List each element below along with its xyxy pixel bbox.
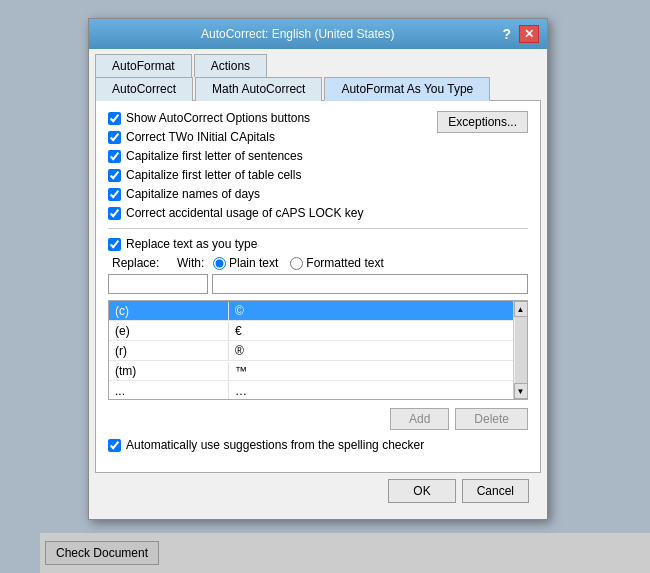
- table-content: (c) © (e) € (r) ® (tm) ™: [109, 301, 513, 400]
- table-cell-right-3: ™: [229, 362, 513, 380]
- tab-autocorrect[interactable]: AutoCorrect: [95, 77, 193, 101]
- with-input-field[interactable]: [212, 274, 528, 294]
- checkboxes-section: Exceptions... Show AutoCorrect Options b…: [108, 111, 528, 220]
- dialog-footer: OK Cancel: [95, 473, 541, 513]
- title-bar: AutoCorrect: English (United States) ? ✕: [89, 19, 547, 49]
- separator-1: [108, 228, 528, 229]
- checkbox-row-3: Capitalize first letter of table cells: [108, 168, 438, 182]
- scrollbar-down-button[interactable]: ▼: [514, 383, 528, 399]
- radio-formatted-text-option[interactable]: Formatted text: [290, 256, 383, 270]
- checkbox-show-options[interactable]: [108, 112, 121, 125]
- checkbox-label-4: Capitalize names of days: [126, 187, 260, 201]
- delete-button[interactable]: Delete: [455, 408, 528, 430]
- checkbox-row-1: Correct TWo INitial CApitals: [108, 130, 438, 144]
- add-delete-buttons: Add Delete: [108, 408, 528, 430]
- tab-math-autocorrect[interactable]: Math AutoCorrect: [195, 77, 322, 101]
- checkbox-replace-text[interactable]: [108, 238, 121, 251]
- replace-inputs: [108, 274, 528, 294]
- tab-actions[interactable]: Actions: [194, 54, 267, 77]
- checkbox-row-2: Capitalize first letter of sentences: [108, 149, 438, 163]
- table-cell-left-4: ...: [109, 382, 229, 400]
- checkbox-label-0: Show AutoCorrect Options buttons: [126, 111, 310, 125]
- tab-autoformat[interactable]: AutoFormat: [95, 54, 192, 77]
- replace-input-field[interactable]: [108, 274, 208, 294]
- checkbox-auto-suggest[interactable]: [108, 439, 121, 452]
- checkbox-capitalize-table[interactable]: [108, 169, 121, 182]
- replace-with-row: Replace: With: Plain text Formatted text: [112, 256, 528, 270]
- table-row[interactable]: (e) €: [109, 321, 513, 341]
- table-row[interactable]: (c) ©: [109, 301, 513, 321]
- checkbox-label-2: Capitalize first letter of sentences: [126, 149, 303, 163]
- checkbox-label-1: Correct TWo INitial CApitals: [126, 130, 275, 144]
- table-scrollbar: ▲ ▼: [513, 301, 527, 399]
- checkbox-correct-two[interactable]: [108, 131, 121, 144]
- scrollbar-track: [515, 317, 527, 383]
- table-row[interactable]: (tm) ™: [109, 361, 513, 381]
- checkbox-row-5: Correct accidental usage of cAPS LOCK ke…: [108, 206, 438, 220]
- table-cell-right-2: ®: [229, 342, 513, 360]
- checkbox-row-4: Capitalize names of days: [108, 187, 438, 201]
- dialog-content: Exceptions... Show AutoCorrect Options b…: [95, 101, 541, 473]
- add-button[interactable]: Add: [390, 408, 449, 430]
- table-cell-left-2: (r): [109, 342, 229, 360]
- table-cell-left-1: (e): [109, 322, 229, 340]
- checkbox-capitalize-sentence[interactable]: [108, 150, 121, 163]
- tabs-container: AutoFormat Actions AutoCorrect Math Auto…: [89, 49, 547, 101]
- tab-autoformat-as-you-type[interactable]: AutoFormat As You Type: [324, 77, 490, 101]
- ok-button[interactable]: OK: [388, 479, 455, 503]
- cancel-button[interactable]: Cancel: [462, 479, 529, 503]
- checkbox-row-0: Show AutoCorrect Options buttons: [108, 111, 438, 125]
- autocorrect-table-wrapper: (c) © (e) € (r) ® (tm) ™: [108, 300, 528, 400]
- help-button[interactable]: ?: [498, 26, 515, 42]
- tabs-row-2: AutoCorrect Math AutoCorrect AutoFormat …: [95, 76, 541, 101]
- radio-plain-text[interactable]: [213, 257, 226, 270]
- radio-formatted-text[interactable]: [290, 257, 303, 270]
- replace-label: Replace:: [112, 256, 167, 270]
- title-bar-controls: ? ✕: [498, 25, 539, 43]
- table-cell-left-0: (c): [109, 302, 229, 320]
- checkbox-capitalize-days[interactable]: [108, 188, 121, 201]
- radio-group: Plain text Formatted text: [213, 256, 384, 270]
- checkbox-caps-lock[interactable]: [108, 207, 121, 220]
- exceptions-wrapper: Exceptions...: [437, 111, 528, 133]
- table-cell-right-4: …: [229, 382, 513, 400]
- replace-checkbox-row: Replace text as you type: [108, 237, 528, 251]
- autocorrect-dialog: AutoCorrect: English (United States) ? ✕…: [88, 18, 548, 520]
- checkbox-label-3: Capitalize first letter of table cells: [126, 168, 301, 182]
- replace-checkbox-label: Replace text as you type: [126, 237, 257, 251]
- radio-formatted-label: Formatted text: [306, 256, 383, 270]
- table-cell-right-1: €: [229, 322, 513, 340]
- auto-suggest-row: Automatically use suggestions from the s…: [108, 438, 528, 452]
- radio-plain-label: Plain text: [229, 256, 278, 270]
- close-button[interactable]: ✕: [519, 25, 539, 43]
- scrollbar-up-button[interactable]: ▲: [514, 301, 528, 317]
- checkbox-label-5: Correct accidental usage of cAPS LOCK ke…: [126, 206, 363, 220]
- tabs-row-1: AutoFormat Actions: [95, 53, 541, 76]
- table-cell-right-0: ©: [229, 302, 513, 320]
- radio-plain-text-option[interactable]: Plain text: [213, 256, 278, 270]
- auto-suggest-label: Automatically use suggestions from the s…: [126, 438, 424, 452]
- with-label: With:: [177, 256, 207, 270]
- dialog-title: AutoCorrect: English (United States): [97, 27, 498, 41]
- table-row[interactable]: (r) ®: [109, 341, 513, 361]
- table-row[interactable]: ... …: [109, 381, 513, 400]
- table-cell-left-3: (tm): [109, 362, 229, 380]
- replace-section: Replace text as you type Replace: With: …: [108, 237, 528, 452]
- exceptions-button[interactable]: Exceptions...: [437, 111, 528, 133]
